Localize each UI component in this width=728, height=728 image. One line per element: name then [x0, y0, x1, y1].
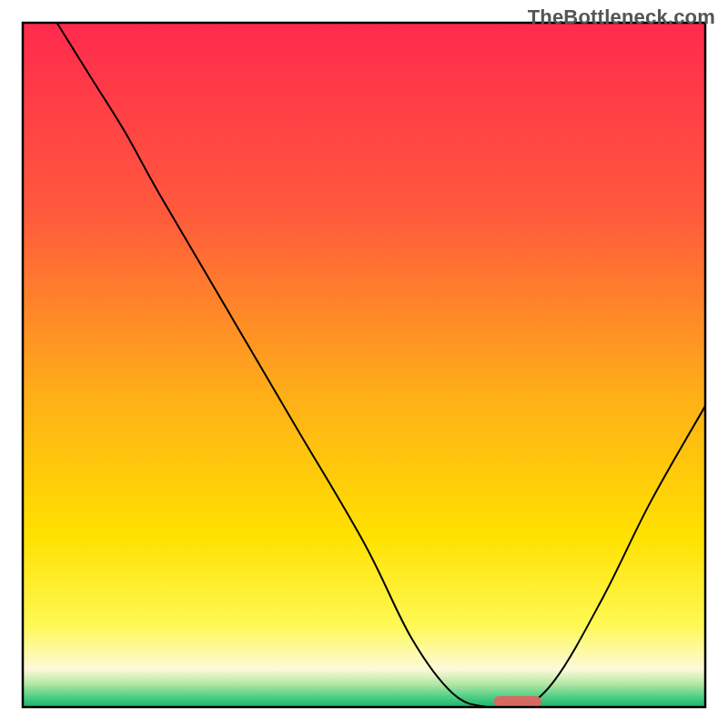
bottleneck-chart: [0, 0, 728, 728]
chart-container: TheBottleneck.com: [0, 0, 728, 728]
optimal-zone-marker: [494, 696, 542, 707]
plot-background: [23, 23, 705, 707]
